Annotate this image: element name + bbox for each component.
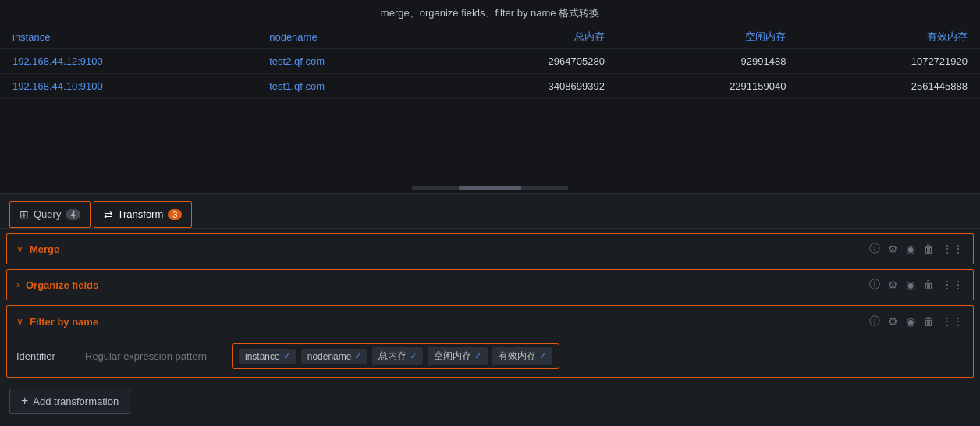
filter-tag-total-mem[interactable]: 总内存 ✓	[372, 347, 423, 365]
transform-merge-inner: ∨ Merge ⓘ ⚙ ◉ 🗑 ⋮⋮	[16, 242, 964, 256]
tabs-row: ⊞ Query 4 ⇄ Transform 3	[0, 194, 980, 229]
filter-actions: ⓘ ⚙ ◉ 🗑 ⋮⋮	[869, 314, 964, 328]
filter-drag-icon[interactable]: ⋮⋮	[942, 315, 964, 328]
transform-organize-inner: › Organize fields ⓘ ⚙ ◉ 🗑 ⋮⋮	[16, 278, 964, 292]
filter-tag-free-mem[interactable]: 空闲内存 ✓	[428, 347, 488, 365]
filter-trash-icon[interactable]: 🗑	[923, 315, 934, 328]
filter-row-body: Identifier instance ✓ nodename ✓ 总内存 ✓	[7, 337, 973, 377]
organize-toggle-icon[interactable]: ›	[16, 279, 20, 290]
merge-toggle-icon[interactable]: ∨	[16, 243, 23, 254]
plus-icon: +	[21, 394, 28, 408]
add-transformation-button[interactable]: + Add transformation	[9, 389, 130, 414]
data-preview-panel: merge、organize fields、filter by name 格式转…	[0, 0, 980, 193]
cell-free-mem: 2291159040	[617, 74, 799, 99]
col-header-instance: instance	[0, 25, 257, 49]
filter-label: Filter by name	[30, 316, 98, 328]
cell-instance: 192.168.44.12:9100	[0, 49, 257, 74]
filter-info-icon[interactable]: ⓘ	[869, 314, 880, 328]
col-header-total-mem: 总内存	[435, 25, 617, 49]
tab-transform-badge: 3	[168, 209, 182, 220]
scrollbar-thumb[interactable]	[459, 186, 521, 190]
col-header-valid-mem: 有效内存	[798, 25, 980, 49]
tab-transform[interactable]: ⇄ Transform 3	[94, 201, 193, 228]
transform-panel: ⊞ Query 4 ⇄ Transform 3 ∨ Merge ⓘ ⚙ ◉ 🗑 …	[0, 193, 980, 426]
tab-transform-label: Transform	[118, 208, 164, 220]
tab-query-label: Query	[34, 208, 61, 220]
filter-row-header[interactable]: ∨ Filter by name ⓘ ⚙ ◉ 🗑 ⋮⋮	[7, 306, 973, 337]
filter-tag-nodename[interactable]: nodename ✓	[301, 349, 368, 364]
table-row: 192.168.44.12:9100 test2.qf.com 29647052…	[0, 49, 980, 74]
filter-tag-free-mem-label: 空闲内存	[434, 350, 471, 363]
filter-tag-free-mem-check: ✓	[474, 351, 481, 361]
cell-nodename: test1.qf.com	[257, 74, 435, 99]
add-transform-bar: + Add transformation	[0, 382, 980, 420]
filter-toggle-icon[interactable]: ∨	[16, 316, 23, 327]
query-icon: ⊞	[20, 208, 29, 221]
filter-eye-icon[interactable]: ◉	[906, 315, 915, 328]
scrollbar-track[interactable]	[412, 186, 568, 190]
organize-label: Organize fields	[26, 279, 98, 291]
cell-valid-mem: 1072721920	[798, 49, 980, 74]
organize-settings-icon[interactable]: ⚙	[888, 279, 898, 291]
page-subtitle: merge、organize fields、filter by name 格式转…	[0, 0, 980, 25]
filter-tag-nodename-check: ✓	[354, 351, 361, 361]
organize-drag-icon[interactable]: ⋮⋮	[942, 279, 964, 291]
transforms-area: ∨ Merge ⓘ ⚙ ◉ 🗑 ⋮⋮ › Organize fields ⓘ ⚙	[0, 233, 980, 378]
table-header-row: instance nodename 总内存 空闲内存 有效内存	[0, 25, 980, 49]
filter-tag-valid-mem[interactable]: 有效内存 ✓	[492, 347, 552, 365]
filter-tag-instance-label: instance	[245, 351, 280, 362]
cell-instance: 192.168.44.10:9100	[0, 74, 257, 99]
cell-valid-mem: 2561445888	[798, 74, 980, 99]
merge-label: Merge	[30, 243, 59, 255]
table-row: 192.168.44.10:9100 test1.qf.com 34086993…	[0, 74, 980, 99]
transform-icon: ⇄	[104, 208, 113, 221]
col-header-nodename: nodename	[257, 25, 435, 49]
tab-query-badge: 4	[66, 209, 80, 220]
cell-free-mem: 92991488	[617, 49, 799, 74]
filter-tag-total-mem-label: 总内存	[378, 350, 407, 363]
filter-settings-icon[interactable]: ⚙	[888, 315, 898, 328]
organize-trash-icon[interactable]: 🗑	[923, 279, 934, 291]
filter-tags-container: instance ✓ nodename ✓ 总内存 ✓ 空闲内存 ✓	[232, 343, 559, 369]
organize-info-icon[interactable]: ⓘ	[869, 278, 880, 292]
filter-tag-valid-mem-label: 有效内存	[499, 350, 536, 363]
filter-tag-instance-check: ✓	[283, 351, 290, 361]
cell-total-mem: 3408699392	[435, 74, 617, 99]
data-table: instance nodename 总内存 空闲内存 有效内存 192.168.…	[0, 25, 980, 99]
transform-row-merge[interactable]: ∨ Merge ⓘ ⚙ ◉ 🗑 ⋮⋮	[6, 233, 974, 264]
merge-actions: ⓘ ⚙ ◉ 🗑 ⋮⋮	[869, 242, 964, 256]
filter-pattern-input[interactable]	[85, 350, 225, 362]
filter-tag-instance[interactable]: instance ✓	[239, 349, 296, 364]
merge-drag-icon[interactable]: ⋮⋮	[942, 243, 964, 255]
merge-settings-icon[interactable]: ⚙	[888, 243, 898, 255]
cell-total-mem: 2964705280	[435, 49, 617, 74]
organize-actions: ⓘ ⚙ ◉ 🗑 ⋮⋮	[869, 278, 964, 292]
filter-tag-total-mem-check: ✓	[410, 351, 417, 361]
organize-eye-icon[interactable]: ◉	[906, 279, 915, 291]
filter-identifier-label: Identifier	[16, 350, 79, 362]
transform-row-organize[interactable]: › Organize fields ⓘ ⚙ ◉ 🗑 ⋮⋮	[6, 269, 974, 300]
tab-query[interactable]: ⊞ Query 4	[9, 201, 91, 228]
merge-info-icon[interactable]: ⓘ	[869, 242, 880, 256]
col-header-free-mem: 空闲内存	[617, 25, 799, 49]
filter-tag-valid-mem-check: ✓	[539, 351, 546, 361]
add-transformation-label: Add transformation	[33, 396, 119, 407]
merge-eye-icon[interactable]: ◉	[906, 243, 915, 255]
cell-nodename: test2.qf.com	[257, 49, 435, 74]
filter-tag-nodename-label: nodename	[307, 351, 352, 362]
merge-trash-icon[interactable]: 🗑	[923, 243, 934, 255]
transform-row-filter: ∨ Filter by name ⓘ ⚙ ◉ 🗑 ⋮⋮ Identifier i…	[6, 305, 974, 378]
